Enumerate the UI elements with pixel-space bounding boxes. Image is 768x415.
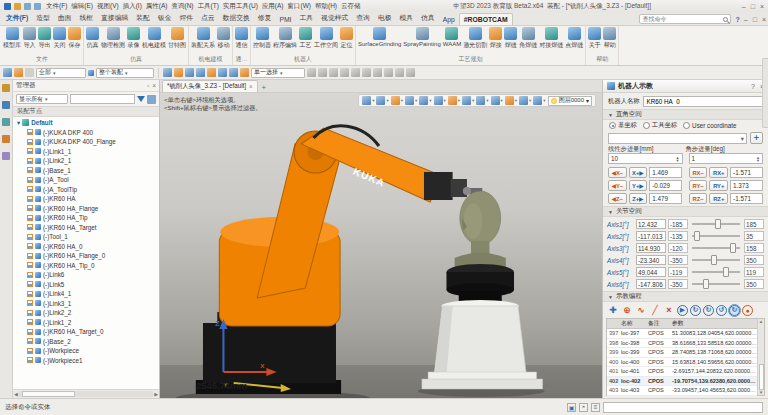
tree-node[interactable]: (-)Workpiece1 [13, 356, 159, 366]
ribbon-button[interactable]: 对接焊缝 [539, 27, 563, 50]
ribbon-button[interactable]: SurfaceGrinding [358, 27, 401, 47]
axis-value-input[interactable]: 12.432 [636, 219, 666, 229]
ribbon-tab[interactable]: 模具 [395, 11, 417, 25]
tree-node[interactable]: (-)KR60 HA_Tip_0 [13, 261, 159, 271]
ribbon-button[interactable]: 物理检测 [101, 27, 125, 50]
shade-mode-icon[interactable]: ▾ [405, 96, 417, 105]
status-filter-icon[interactable]: ▣ [567, 403, 576, 412]
quickbar-icon-1[interactable] [174, 68, 183, 77]
doc-close-button[interactable]: × [762, 16, 766, 23]
menu-实用工具(U)[interactable]: 实用工具(U) [221, 2, 260, 11]
menu-应用(A)[interactable]: 应用(A) [260, 2, 286, 11]
background-icon[interactable]: ▾ [533, 96, 545, 105]
visibility-toggle-icon[interactable] [27, 338, 33, 344]
ribbon-button[interactable]: 关闭 [53, 27, 66, 50]
rot-minus-button[interactable]: RY− [689, 180, 708, 191]
menu-工具(T)[interactable]: 工具(T) [196, 2, 221, 11]
navigator-search-input[interactable] [70, 94, 135, 104]
minimize-button[interactable]: – [742, 3, 746, 10]
tree-node[interactable]: (-)KR60 HA_Flange_0 [13, 251, 159, 261]
tree-node[interactable]: (-)Base_2 [13, 337, 159, 347]
ribbon-button[interactable]: 激光切割 [463, 27, 487, 50]
axis-slider[interactable] [692, 259, 740, 261]
draw-tool-icon-9[interactable] [406, 68, 415, 77]
ribbon-tab[interactable]: 视觉样式 [317, 11, 352, 25]
ribbon-button[interactable]: 仿真 [86, 27, 99, 50]
rot-minus-button[interactable]: RX− [689, 167, 708, 178]
ribbon-tab[interactable]: PMI [275, 14, 295, 25]
ribbon-tab[interactable]: 装配 [132, 11, 154, 25]
menu-窗口(W)[interactable]: 窗口(W) [286, 2, 313, 11]
axis-slider[interactable] [692, 283, 740, 285]
navigator-hscrollbar[interactable]: ◀ ▶ [13, 389, 159, 398]
close-button[interactable]: × [760, 3, 764, 10]
section-view-icon[interactable]: ▾ [462, 96, 474, 105]
loop-back-icon[interactable]: ↺ [716, 305, 727, 316]
ribbon-button[interactable]: 帮助 [603, 27, 616, 50]
add-coordinate-button[interactable]: + [750, 132, 763, 144]
menu-帮助(H)[interactable]: 帮助(H) [313, 2, 339, 11]
angular-step-spinner[interactable]: 1▲▼ [689, 153, 764, 164]
section-joint[interactable]: ▼关节空间 [603, 206, 768, 217]
table-row[interactable]: 402loc-402CPOS-19.70754,139.62380,620.00… [607, 377, 757, 387]
quickbar-icon-5[interactable] [218, 68, 227, 77]
doc-minimize-button[interactable]: – [744, 16, 748, 23]
axis-slider[interactable] [692, 235, 740, 237]
ribbon-button[interactable]: 关于 [588, 27, 601, 50]
tree-node[interactable]: (-)KR60 HA_Tip [13, 213, 159, 223]
axis-value-input[interactable]: 114.930 [636, 243, 666, 253]
slider-thumb[interactable] [694, 231, 700, 241]
scope-combo[interactable]: 全部▾ [36, 68, 86, 78]
tree-node[interactable]: (-)Link4_1 [13, 289, 159, 299]
status-display-icon[interactable]: ◓ [579, 403, 588, 412]
ribbon-button[interactable]: 装配关系 [191, 27, 215, 50]
visibility-toggle-icon[interactable] [27, 300, 33, 306]
panel-help-icon[interactable]: ? [751, 83, 755, 90]
ribbon-button[interactable]: 控制器 [253, 27, 271, 50]
visibility-toggle-icon[interactable] [27, 281, 33, 287]
visibility-toggle-icon[interactable] [27, 319, 33, 325]
ribbon-button[interactable]: 焊接 [489, 27, 502, 50]
ribbon-button[interactable]: 导出 [38, 27, 51, 50]
draw-tool-icon-0[interactable] [307, 68, 316, 77]
axis-slider[interactable] [692, 271, 740, 273]
undo-icon[interactable] [24, 3, 31, 10]
quickbar-icon-4[interactable] [207, 68, 216, 77]
ribbon-button[interactable]: 通信 [235, 27, 248, 50]
rot-minus-button[interactable]: RZ− [689, 193, 708, 204]
visibility-toggle-icon[interactable] [27, 272, 33, 278]
ribbon-button[interactable]: 甘特图 [168, 27, 186, 50]
tree-node[interactable]: (-)KR60 HA_Flange [13, 204, 159, 214]
tree-node[interactable]: (-)Link1_1 [13, 147, 159, 157]
draw-tool-icon-6[interactable] [373, 68, 382, 77]
visibility-toggle-icon[interactable] [27, 253, 33, 259]
pin-icon[interactable]: ▫ [147, 82, 149, 89]
status-input[interactable] [603, 402, 763, 413]
visibility-toggle-icon[interactable] [27, 177, 33, 183]
filter-icon[interactable] [14, 68, 23, 77]
ribbon-tab[interactable]: 曲面 [54, 11, 76, 25]
table-row[interactable]: 403loc-403CPOS-33.09457,140.45653,620.00… [607, 386, 757, 396]
tab-close-icon[interactable]: × [249, 83, 253, 90]
ribbon-tab[interactable]: 点云 [197, 11, 219, 25]
ribbon-button[interactable]: SprayPainting [403, 27, 440, 47]
jog-minus-button[interactable]: ◀Z− [608, 193, 627, 204]
stop-icon[interactable]: ● [742, 305, 753, 316]
table-row[interactable]: 398loc-398CPOS38.61668,133.58518,620.000… [607, 339, 757, 349]
ribbon-button[interactable]: 移动 [217, 27, 230, 50]
visibility-toggle-icon[interactable] [27, 262, 33, 268]
collapsed-panel-handle[interactable] [762, 58, 768, 128]
ribbon-button[interactable]: 录像 [127, 27, 140, 50]
perspective-icon[interactable]: ▾ [434, 96, 446, 105]
visibility-toggle-icon[interactable] [27, 167, 33, 173]
linear-step-spinner[interactable]: 10▲▼ [608, 153, 683, 164]
loop-step-icon[interactable]: ↻ [703, 305, 714, 316]
tree-node[interactable]: (-)KUKA DKP 400_Flange [13, 137, 159, 147]
table-row[interactable]: 399loc-399CPOS28.74085,138.71068,620.000… [607, 348, 757, 358]
visibility-toggle-icon[interactable] [27, 186, 33, 192]
visibility-toggle-icon[interactable] [27, 139, 33, 145]
ribbon-button[interactable]: 机电建模 [142, 27, 166, 50]
ribbon-tab[interactable]: 工具 [296, 11, 318, 25]
menu-视图(V)[interactable]: 视图(V) [95, 2, 121, 11]
display-style-icon[interactable]: ▾ [419, 96, 431, 105]
